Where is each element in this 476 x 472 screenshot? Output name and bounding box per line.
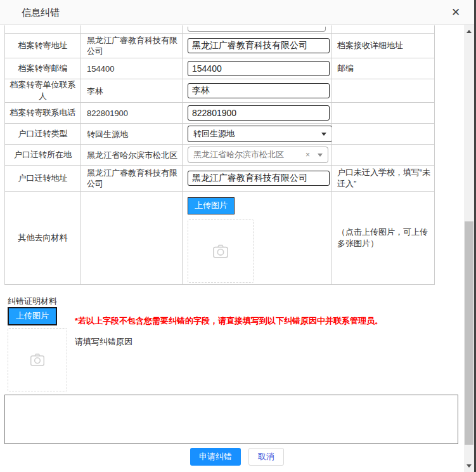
- info-correction-dialog: 信息纠错 ✕ 档案转寄地址 黑龙江广睿教育科技有限公司 档案接收详细地址 档案转…: [0, 0, 476, 472]
- table-row: 户口迁转类型 转回生源地 转回生源地: [5, 124, 435, 145]
- row-label: 户口迁转所在地: [5, 145, 81, 166]
- table-row: 档案转寄地址 黑龙江广睿教育科技有限公司 档案接收详细地址: [5, 34, 435, 58]
- archive-contact-input[interactable]: [188, 83, 330, 98]
- row-label: 档案转寄地址: [5, 34, 81, 58]
- row-old-value: 黑龙江广睿教育科技有限公司: [81, 34, 183, 58]
- row-old-value: 黑龙江广睿教育科技有限公司: [81, 166, 183, 192]
- archive-phone-input[interactable]: [188, 105, 330, 121]
- archive-address-input[interactable]: [188, 38, 330, 53]
- hukou-location-select[interactable]: 黑龙江省哈尔滨市松北区 ×: [188, 147, 328, 163]
- hukou-address-input[interactable]: [188, 171, 330, 186]
- upload-placeholder[interactable]: [188, 220, 254, 283]
- submit-correction-button[interactable]: 申请纠错: [190, 448, 241, 466]
- table-row: 档案转寄单位联系人 李林: [5, 79, 435, 103]
- warning-message: *若以上字段不包含您需要纠错的字段，请直接填写到以下纠错原因中并联系管理员。: [75, 315, 383, 327]
- row-label: 档案转寄邮编: [5, 58, 81, 79]
- row-label: 其他去向材料: [5, 192, 81, 285]
- scrollbar-thumb[interactable]: [465, 221, 473, 445]
- chevron-down-icon: [321, 133, 326, 136]
- row-label: 户口迁转地址: [5, 166, 81, 192]
- row-old-value: 李林: [81, 79, 183, 103]
- dialog-title: 信息纠错: [22, 7, 60, 19]
- table-row: 户口迁转地址 黑龙江广睿教育科技有限公司 户口未迁入学校，填写“未迁入”: [5, 166, 435, 192]
- upload-image-button[interactable]: 上传图片: [188, 197, 235, 214]
- camera-icon: [29, 351, 46, 368]
- row-hint: [332, 103, 435, 124]
- row-hint: [332, 124, 435, 145]
- scroll-up-icon[interactable]: [464, 26, 474, 36]
- partial-input-cutoff[interactable]: [188, 27, 326, 32]
- row-hint: 邮编: [332, 58, 435, 79]
- reason-hint-label: 请填写纠错原因: [75, 336, 132, 348]
- cancel-button[interactable]: 取消: [248, 448, 284, 466]
- close-icon[interactable]: ✕: [449, 6, 463, 20]
- row-old-value: 822801900: [81, 103, 183, 124]
- row-hint: 档案接收详细地址: [332, 34, 435, 58]
- row-hint: 户口未迁入学校，填写“未迁入”: [332, 166, 435, 192]
- proof-materials-label: 纠错证明材料: [8, 296, 57, 307]
- table-row: 档案转寄联系电话 822801900: [5, 103, 435, 124]
- row-old-value: 转回生源地: [81, 124, 183, 145]
- table-row: 户口迁转所在地 黑龙江省哈尔滨市松北区 黑龙江省哈尔滨市松北区 ×: [5, 145, 435, 166]
- row-label: 户口迁转类型: [5, 124, 81, 145]
- proof-upload-placeholder[interactable]: [8, 328, 67, 391]
- scroll-down-icon[interactable]: [464, 461, 474, 471]
- row-old-value: 黑龙江省哈尔滨市松北区: [81, 145, 183, 166]
- hukou-type-select[interactable]: 转回生源地: [188, 126, 332, 142]
- selected-option: 黑龙江省哈尔滨市松北区: [193, 149, 303, 161]
- upload-proof-button[interactable]: 上传图片: [8, 307, 57, 325]
- row-hint: （点击上传图片，可上传多张图片）: [332, 192, 435, 285]
- selected-option: 转回生源地: [193, 128, 319, 140]
- row-label: 档案转寄单位联系人: [5, 79, 81, 103]
- table-row: 档案转寄邮编 154400 邮编: [5, 58, 435, 79]
- camera-icon: [212, 242, 229, 260]
- row-old-value: 154400: [81, 58, 183, 79]
- correction-reason-textarea[interactable]: [4, 395, 458, 444]
- row-hint: [332, 79, 435, 103]
- row-old-value: [81, 192, 183, 285]
- row-hint: [332, 145, 435, 166]
- row-label: 档案转寄联系电话: [5, 103, 81, 124]
- table-row: 其他去向材料 上传图片 （点击上传图片，可上传多张图片）: [5, 192, 435, 285]
- vertical-scrollbar[interactable]: [464, 25, 474, 472]
- dialog-header: 信息纠错 ✕: [0, 0, 474, 25]
- archive-zip-input[interactable]: [188, 61, 330, 76]
- dropdown-arrow-icon: [318, 154, 323, 157]
- table-row-partial: [5, 25, 435, 34]
- clear-icon[interactable]: ×: [306, 150, 310, 159]
- correction-table: 档案转寄地址 黑龙江广睿教育科技有限公司 档案接收详细地址 档案转寄邮编 154…: [4, 25, 435, 285]
